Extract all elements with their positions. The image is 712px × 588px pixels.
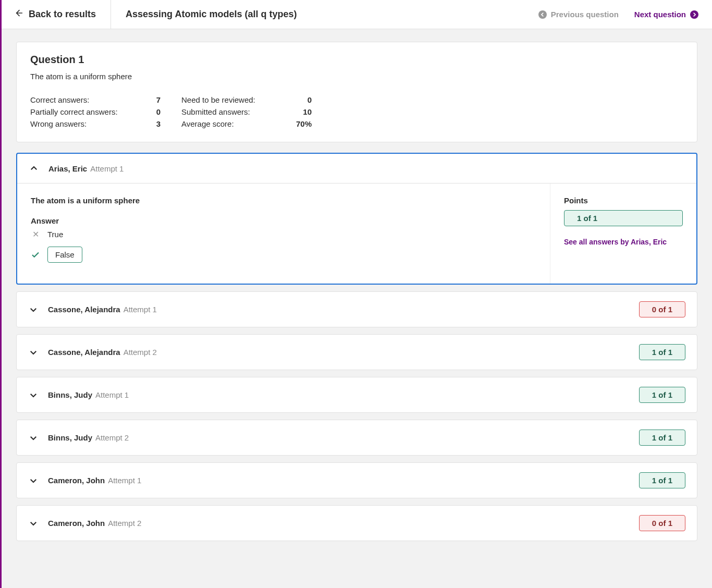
score-pill: 1 of 1	[639, 472, 685, 488]
stat-review: Need to be reviewed: 0	[181, 95, 312, 104]
x-icon: ✕	[31, 229, 40, 239]
attempt-row: Binns, JudyAttempt 11 of 1	[16, 377, 697, 413]
attempt-label: Attempt 1	[95, 390, 129, 399]
page-header: Back to results Assessing Atomic models …	[2, 0, 712, 29]
attempt-label: Attempt 1	[124, 305, 157, 314]
arrow-circle-right-icon	[690, 10, 698, 19]
back-label: Back to results	[29, 9, 96, 20]
stat-avg: Average score: 70%	[181, 119, 312, 128]
answer-option-wrong: ✕ True	[31, 229, 536, 239]
back-to-results-link[interactable]: Back to results	[15, 0, 111, 29]
previous-question-link: Previous question	[538, 10, 619, 19]
attempt-name: Cameron, John	[48, 476, 105, 485]
points-value: 1 of 1	[564, 210, 683, 226]
chevron-down-icon	[28, 433, 39, 443]
attempt-row: Cameron, JohnAttempt 11 of 1	[16, 462, 697, 498]
attempt-name: Binns, Judy	[48, 433, 92, 442]
stat-value: 70%	[296, 119, 312, 128]
attempt-toggle[interactable]: Arias, Eric Attempt 1	[17, 154, 696, 183]
arrow-circle-left-icon	[538, 10, 547, 19]
stat-value: 10	[303, 107, 312, 116]
stat-value: 0	[308, 95, 312, 104]
question-text: The atom is a uniform sphere	[30, 72, 683, 81]
stats-col-left: Correct answers: 7 Partially correct ans…	[30, 95, 161, 128]
attempt-toggle[interactable]: Cameron, JohnAttempt 20 of 1	[17, 506, 697, 541]
attempt-name: Cassone, Alejandra	[48, 305, 120, 314]
stat-value: 0	[156, 107, 161, 116]
score-pill: 1 of 1	[639, 430, 685, 446]
attempt-row: Cassone, AlejandraAttempt 10 of 1	[16, 291, 697, 327]
stat-value: 7	[156, 95, 161, 104]
attempt-row: Cameron, JohnAttempt 20 of 1	[16, 505, 697, 541]
chevron-down-icon	[28, 518, 39, 529]
attempt-toggle[interactable]: Cassone, AlejandraAttempt 10 of 1	[17, 292, 697, 327]
stat-partial: Partially correct answers: 0	[30, 107, 161, 116]
points-label: Points	[564, 196, 683, 205]
attempt-name: Arias, Eric	[48, 164, 87, 173]
chevron-down-icon	[28, 304, 39, 315]
chevron-down-icon	[28, 347, 39, 358]
stat-label: Partially correct answers:	[30, 107, 118, 116]
attempt-label: Attempt 2	[95, 433, 129, 442]
attempt-row: Binns, JudyAttempt 21 of 1	[16, 420, 697, 456]
attempts-list: Cassone, AlejandraAttempt 10 of 1Cassone…	[16, 291, 697, 541]
stat-value: 3	[156, 119, 161, 128]
attempt-points-panel: Points 1 of 1 See all answers by Arias, …	[550, 183, 696, 284]
attempt-name: Binns, Judy	[48, 390, 92, 399]
attempt-toggle[interactable]: Binns, JudyAttempt 21 of 1	[17, 420, 697, 455]
score-pill: 0 of 1	[639, 301, 685, 317]
attempt-row: Cassone, AlejandraAttempt 21 of 1	[16, 334, 697, 370]
attempt-name: Cameron, John	[48, 519, 105, 528]
stat-label: Average score:	[181, 119, 234, 128]
attempt-label: Attempt 2	[124, 348, 157, 357]
question-summary-card: Question 1 The atom is a uniform sphere …	[16, 42, 697, 142]
option-text: False	[47, 247, 82, 263]
chevron-down-icon	[28, 390, 39, 400]
content-area: Question 1 The atom is a uniform sphere …	[2, 29, 712, 560]
arrow-left-icon	[15, 9, 23, 20]
answer-option-correct: False	[31, 247, 536, 263]
see-all-answers-link[interactable]: See all answers by Arias, Eric	[564, 238, 683, 246]
score-pill: 0 of 1	[639, 515, 685, 531]
attempt-question-text: The atom is a uniform sphere	[31, 196, 536, 205]
question-stats: Correct answers: 7 Partially correct ans…	[30, 95, 683, 128]
score-pill: 1 of 1	[639, 344, 685, 360]
chevron-up-icon	[29, 163, 39, 174]
attempt-row-expanded: Arias, Eric Attempt 1 The atom is a unif…	[16, 153, 697, 285]
attempt-toggle[interactable]: Cassone, AlejandraAttempt 21 of 1	[17, 335, 697, 370]
chevron-down-icon	[28, 475, 39, 486]
check-icon	[31, 250, 40, 260]
question-title: Question 1	[30, 54, 683, 66]
stat-label: Wrong answers:	[30, 119, 87, 128]
stat-label: Need to be reviewed:	[181, 95, 255, 104]
stat-correct: Correct answers: 7	[30, 95, 161, 104]
stat-submitted: Submitted answers: 10	[181, 107, 312, 116]
stat-wrong: Wrong answers: 3	[30, 119, 161, 128]
attempt-label: Attempt 1	[108, 476, 141, 485]
score-pill: 1 of 1	[639, 387, 685, 403]
attempt-answer-panel: The atom is a uniform sphere Answer ✕ Tr…	[17, 183, 550, 284]
stat-label: Correct answers:	[30, 95, 89, 104]
attempt-toggle[interactable]: Cameron, JohnAttempt 11 of 1	[17, 463, 697, 498]
attempt-name: Cassone, Alejandra	[48, 348, 120, 357]
stats-col-right: Need to be reviewed: 0 Submitted answers…	[181, 95, 312, 128]
option-text: True	[47, 230, 63, 239]
stat-label: Submitted answers:	[181, 107, 250, 116]
attempt-body: The atom is a uniform sphere Answer ✕ Tr…	[17, 183, 696, 284]
next-question-link[interactable]: Next question	[634, 10, 698, 19]
attempt-toggle[interactable]: Binns, JudyAttempt 11 of 1	[17, 377, 697, 412]
answer-label: Answer	[31, 216, 536, 225]
attempt-label: Attempt 2	[108, 519, 141, 528]
prev-label: Previous question	[551, 10, 619, 19]
next-label: Next question	[634, 10, 686, 19]
attempt-label: Attempt 1	[90, 164, 124, 173]
page-title: Assessing Atomic models (all q types)	[126, 9, 523, 20]
